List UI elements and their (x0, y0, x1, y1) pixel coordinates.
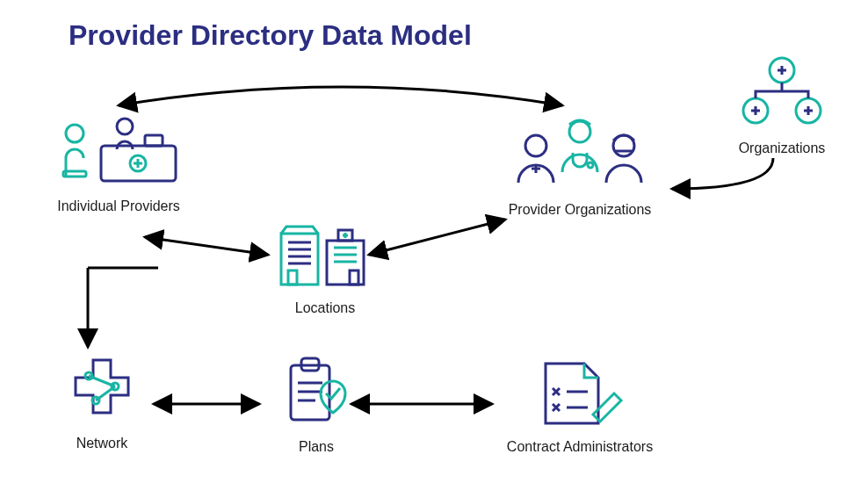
node-network: Network (49, 351, 155, 451)
svg-point-2 (117, 119, 133, 134)
svg-point-7 (588, 162, 593, 168)
node-label: Organizations (720, 141, 843, 156)
svg-rect-4 (145, 135, 163, 146)
svg-point-0 (66, 125, 83, 142)
node-contract-admins: Contract Administrators (492, 357, 668, 455)
node-label: Locations (264, 300, 387, 316)
network-icon (62, 351, 141, 427)
svg-point-8 (525, 135, 546, 156)
diagram-title: Provider Directory Data Model (69, 19, 472, 52)
provider-org-icon (492, 114, 668, 193)
svg-rect-16 (350, 270, 358, 285)
node-label: Network (49, 436, 155, 451)
providers-icon (53, 114, 184, 190)
node-label: Plans (264, 439, 369, 455)
node-locations: Locations (264, 221, 387, 316)
node-provider-organizations: Provider Organizations (492, 114, 668, 218)
node-plans: Plans (264, 351, 369, 455)
node-individual-providers: Individual Providers (44, 114, 193, 214)
svg-point-6 (569, 121, 590, 142)
node-label: Individual Providers (44, 198, 193, 214)
diagram-stage: Provider Directory Data Model (0, 0, 868, 483)
contract-icon (532, 357, 628, 430)
organizations-icon (729, 53, 835, 132)
svg-rect-14 (288, 270, 297, 285)
node-organizations: Organizations (720, 53, 843, 156)
locations-icon (272, 221, 378, 292)
node-label: Provider Organizations (492, 202, 668, 218)
plans-icon (277, 351, 356, 430)
node-label: Contract Administrators (492, 439, 668, 455)
